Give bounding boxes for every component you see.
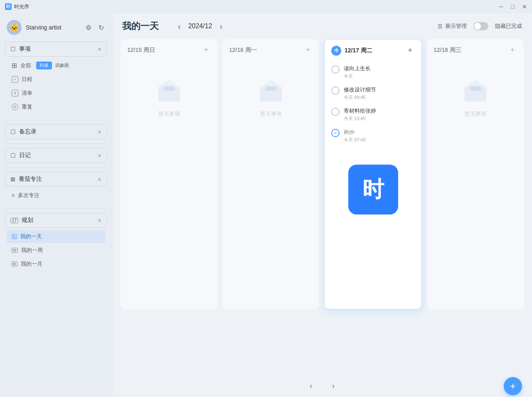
task-text-group: 修改设计细节 今天 09:45 [344,86,376,101]
dec18-header: 12/18 周三 + [427,39,524,59]
task-text-group: 跑步 今天 07:40 [344,128,366,143]
dec17-add-btn[interactable]: + [405,45,415,56]
diary-section: ☐ 日记 ∨ [5,148,107,163]
schedule-label: 日程 [22,76,32,83]
header-right: ☰ 展示管理 隐藏已完成 [438,22,522,30]
manage-button[interactable]: ☰ 展示管理 [438,22,467,30]
avatar: 🐱 [7,20,22,35]
svg-marker-1 [158,80,180,87]
tomato-section-label: 番茄专注 [19,175,42,183]
dec17-task-list: 读向上生长 今天 修改设计细节 今天 09:45 [325,60,421,148]
sidebar-item-my-day[interactable]: D 我的一天 [7,230,105,243]
task-item[interactable]: 读向上生长 今天 [330,62,416,83]
day-cards-container: 12/15 周日 + 暂无事项 12/16 周一 + [112,39,532,375]
sep1 [7,120,105,120]
empty-box3-icon [461,76,490,105]
today-badge: 今 [331,46,341,56]
task-item[interactable]: 寄材料给张婷 今天 13:45 [330,104,416,125]
hide-done-toggle[interactable] [473,22,488,30]
diary-section-header[interactable]: ☐ 日记 ∨ [5,148,107,163]
dec16-empty: 暂无事项 [222,59,319,134]
task-item-done[interactable]: ✓ 跑步 今天 07:40 [330,125,416,146]
notes-chevron: ∨ [98,129,101,135]
notes-section-header[interactable]: ☐ 备忘录 ∨ [5,124,107,139]
task-text-group: 读向上生长 今天 [344,65,371,79]
task-time: 今天 [344,73,371,79]
prev-month-btn[interactable]: ‹ [175,21,183,32]
sidebar-item-checklist[interactable]: ≡ 清单 [7,86,105,100]
tomato-section-header[interactable]: ⊠ 番茄专注 ∧ [5,172,107,187]
svg-marker-4 [260,80,282,87]
task-checkbox[interactable] [331,108,340,116]
dec18-date: 12/18 周三 [433,47,461,54]
sidebar-item-multi-focus[interactable]: ≡ 多次专注 [7,189,105,202]
notes-section: ☐ 备忘录 ∨ [5,124,107,139]
plan-chevron: ∧ [98,217,101,223]
settings-icon[interactable]: ⚙ [84,23,93,32]
tomato-section: ⊠ 番茄专注 ∧ ≡ 多次专注 [5,172,107,204]
prev-arrow-btn[interactable]: ‹ [305,380,317,392]
task-checkbox[interactable] [331,65,340,74]
task-item[interactable]: 修改设计细节 今天 09:45 [330,83,416,104]
my-day-icon: D [12,234,17,239]
maximize-button[interactable]: □ [510,4,515,9]
tasks-section-label: 事项 [19,45,31,53]
dec15-header: 12/15 周日 + [121,39,217,59]
view-toggle: 列表 四象限 [36,62,72,69]
my-week-icon: W [12,248,18,253]
user-name: Starving artist [26,24,80,31]
dec16-empty-text: 暂无事项 [260,110,282,118]
task-text-group: 寄材料给张婷 今天 13:45 [344,107,376,122]
task-checkbox[interactable] [331,86,340,95]
sidebar-item-all[interactable]: ⊞ 全部 列表 四象限 [7,59,105,72]
list-view-btn[interactable]: 列表 [36,62,52,69]
checklist-label: 清单 [22,89,32,97]
user-icon-buttons: ⚙ ↻ [84,23,105,32]
dec18-empty: 暂无事项 [427,59,524,134]
all-label: 全部 [20,62,31,69]
day-card-dec18: 12/18 周三 + 暂无事项 [427,39,524,309]
date-display: 2024/12 [188,22,212,30]
dec18-add-btn[interactable]: + [507,45,517,55]
plan-sub-items: D 我的一天 W 我的一周 M 我的一月 [5,228,107,273]
sidebar-item-schedule[interactable]: ✓ 日程 [7,73,105,86]
manage-label: 展示管理 [445,22,467,30]
fab-add-button[interactable]: + [504,377,522,395]
sidebar-item-my-week[interactable]: W 我的一周 [7,244,105,257]
tomato-section-icon: ⊠ [10,176,15,182]
dec15-add-btn[interactable]: + [201,45,211,55]
next-arrow-btn[interactable]: › [327,380,340,392]
minimize-button[interactable]: ─ [499,4,504,9]
main-header: 我的一天 ‹ 2024/12 › ☰ 展示管理 隐藏已完成 [112,13,532,39]
plan-section: 17 规划 ∧ D 我的一天 W 我的一周 M 我的一月 [5,213,107,273]
close-button[interactable]: ✕ [522,4,527,9]
bottom-nav: ‹ › + [112,375,532,397]
app-logo-card: 时 [348,165,398,215]
plan-section-header[interactable]: 17 规划 ∧ [5,213,107,228]
next-month-btn[interactable]: › [217,21,225,32]
tasks-section-header[interactable]: ☐ 事项 ∧ [5,42,107,57]
task-name: 修改设计细节 [344,86,376,94]
task-time: 今天 09:45 [344,94,376,101]
window-controls: ─ □ ✕ [499,4,527,9]
empty-box2-icon [256,76,286,105]
task-checkbox-checked[interactable]: ✓ [331,129,340,137]
day-card-dec15: 12/15 周日 + 暂无事项 [121,39,217,309]
sidebar-item-repeat[interactable]: ⊙ 重复 [7,100,105,113]
dec15-date: 12/15 周日 [127,47,155,54]
repeat-label: 重复 [22,103,32,111]
dec16-add-btn[interactable]: + [303,45,313,55]
sidebar-item-my-month[interactable]: M 我的一月 [7,257,105,271]
sync-icon[interactable]: ↻ [97,23,105,32]
checklist-icon: ≡ [12,90,18,96]
page-title: 我的一天 [122,20,159,32]
menu-icon: ☰ [438,23,443,30]
dec18-empty-text: 暂无事项 [465,110,486,118]
diary-chevron: ∨ [98,153,101,158]
notes-section-icon: ☐ [10,128,16,135]
plan-section-label: 规划 [22,217,33,224]
notes-section-label: 备忘录 [19,128,37,136]
quad-view-btn[interactable]: 四象限 [52,62,72,69]
user-section: 🐱 Starving artist ⚙ ↻ [0,13,112,40]
svg-rect-8 [470,86,480,91]
